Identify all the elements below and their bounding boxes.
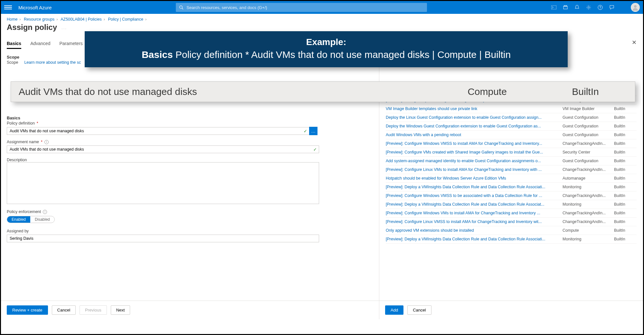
- definition-row[interactable]: [Preview]: Deploy a VMInsights Data Coll…: [386, 183, 637, 191]
- definition-type: BuiltIn: [614, 228, 637, 233]
- definition-row[interactable]: Hotpatch should be enabled for Windows S…: [386, 174, 637, 183]
- crumb-compliance[interactable]: Policy | Compliance: [108, 17, 143, 22]
- basics-heading: Basics: [7, 116, 373, 120]
- definition-name: [Preview]: Configure Windows VMSS to be …: [386, 193, 563, 198]
- global-search[interactable]: [176, 3, 427, 12]
- definition-type: BuiltIn: [614, 133, 637, 137]
- definition-row[interactable]: Deploy the Linux Guest Configuration ext…: [386, 113, 637, 122]
- description-textarea[interactable]: [7, 162, 319, 204]
- definition-name: Hotpatch should be enabled for Windows S…: [386, 176, 563, 181]
- close-icon[interactable]: ✕: [632, 39, 637, 46]
- definition-name: [Preview]: Configure VMs created with Sh…: [386, 150, 563, 154]
- definition-type: BuiltIn: [614, 176, 637, 181]
- definition-name: [Preview]: Configure Linux VMs to instal…: [386, 167, 563, 172]
- definition-category: Monitoring: [563, 202, 614, 207]
- definition-category: ChangeTrackingAndIn...: [563, 141, 614, 146]
- enforcement-disabled[interactable]: Disabled: [30, 216, 54, 223]
- right-footer: Add Cancel: [379, 301, 643, 319]
- enforcement-enabled[interactable]: Enabled: [7, 216, 30, 223]
- definition-name: Deploy the Windows Guest Configuration e…: [386, 124, 563, 128]
- definition-name: Deploy the Linux Guest Configuration ext…: [386, 115, 563, 120]
- definition-row[interactable]: [Preview]: Configure Linux VMs to instal…: [386, 165, 637, 174]
- info-icon[interactable]: i: [43, 210, 47, 214]
- menu-icon[interactable]: [4, 5, 12, 9]
- feedback-icon[interactable]: [609, 5, 615, 10]
- callout-example: Example: Basics Policy definition * Audi…: [85, 31, 568, 67]
- policy-definition-input[interactable]: [7, 127, 309, 135]
- definition-category: VM Image Builder: [563, 107, 614, 111]
- definition-row[interactable]: Deploy the Windows Guest Configuration e…: [386, 122, 637, 131]
- tab-parameters[interactable]: Parameters: [59, 39, 82, 49]
- callout-selected-row: Audit VMs that do not use managed disks …: [11, 81, 635, 102]
- definition-name: [Preview]: Deploy a VMInsights Data Coll…: [386, 237, 563, 241]
- definition-category: ChangeTrackingAndIn...: [563, 167, 614, 172]
- definition-row[interactable]: Audit Windows VMs with a pending rebootG…: [386, 131, 637, 139]
- definition-row[interactable]: Add system-assigned managed identity to …: [386, 157, 637, 165]
- definition-category: Guest Configuration: [563, 124, 614, 128]
- enforcement-label: Policy enforcement: [7, 209, 41, 214]
- definition-name: [Preview]: Configure Windows VMs to inst…: [386, 211, 563, 215]
- svg-point-0: [179, 6, 182, 8]
- crumb-rg[interactable]: Resource groups: [24, 17, 54, 22]
- required-indicator: *: [37, 121, 38, 126]
- policy-definition-picker-button[interactable]: …: [309, 127, 317, 135]
- tab-basics[interactable]: Basics: [7, 39, 21, 49]
- cloud-shell-icon[interactable]: [551, 5, 557, 10]
- callout-line2-bold: Basics: [142, 49, 173, 60]
- definition-category: ChangeTrackingAndIn...: [563, 219, 614, 224]
- help-icon[interactable]: ?: [597, 5, 603, 10]
- svg-text:?: ?: [599, 6, 601, 9]
- definition-category: Monitoring: [563, 237, 614, 241]
- page-title: Assign policy: [7, 23, 57, 32]
- definition-type: BuiltIn: [614, 237, 637, 241]
- user-avatar[interactable]: [631, 3, 640, 12]
- definition-row[interactable]: [Preview]: Configure Linux VMSS to insta…: [386, 218, 637, 226]
- more-icon[interactable]: ···: [62, 26, 67, 31]
- callout-line1: Example:: [94, 37, 559, 47]
- enforcement-toggle[interactable]: Enabled Disabled: [7, 216, 55, 223]
- callout-def-category: Compute: [431, 86, 544, 97]
- scope-hint-link[interactable]: Learn more about setting the sc: [24, 60, 81, 65]
- definition-type: BuiltIn: [614, 141, 637, 146]
- gear-icon[interactable]: [586, 5, 592, 10]
- svg-point-8: [634, 5, 637, 8]
- definition-type: BuiltIn: [614, 150, 637, 154]
- next-button[interactable]: Next: [111, 305, 130, 315]
- definition-type: BuiltIn: [614, 167, 637, 172]
- definition-type: BuiltIn: [614, 115, 637, 120]
- definition-category: ChangeTrackingAndIn...: [563, 211, 614, 215]
- definition-category: Guest Configuration: [563, 133, 614, 137]
- definition-row[interactable]: Only approved VM extensions should be in…: [386, 226, 637, 235]
- definition-row[interactable]: [Preview]: Deploy a VMInsights Data Coll…: [386, 200, 637, 209]
- breadcrumb: Home› Resource groups› AZ500LAB04 | Poli…: [1, 14, 643, 22]
- description-label: Description: [7, 158, 27, 162]
- assignment-name-input[interactable]: [7, 145, 319, 153]
- definition-row[interactable]: [Preview]: Deploy a VMInsights Data Coll…: [386, 235, 637, 244]
- definition-type: BuiltIn: [614, 124, 637, 128]
- tab-advanced[interactable]: Advanced: [30, 39, 50, 49]
- review-create-button[interactable]: Review + create: [7, 305, 48, 315]
- add-button[interactable]: Add: [385, 305, 403, 315]
- assigned-by-input[interactable]: [7, 235, 319, 242]
- crumb-home[interactable]: Home: [7, 17, 17, 22]
- definitions-list[interactable]: ......enterBuiltIn[Preview]: Configure s…: [379, 87, 643, 319]
- definition-type: BuiltIn: [614, 202, 637, 207]
- definition-row[interactable]: [Preview]: Configure VMs created with Sh…: [386, 148, 637, 157]
- directory-icon[interactable]: [563, 5, 568, 10]
- crumb-lab[interactable]: AZ500LAB04 | Policies: [61, 17, 102, 22]
- global-search-input[interactable]: [186, 5, 423, 10]
- definition-row[interactable]: VM Image Builder templates should use pr…: [386, 105, 637, 113]
- definition-name: [Preview]: Configure Linux VMSS to insta…: [386, 219, 563, 224]
- required-indicator: *: [41, 140, 43, 144]
- notifications-icon[interactable]: [574, 5, 580, 10]
- definition-row[interactable]: [Preview]: Configure Windows VMSS to be …: [386, 191, 637, 200]
- definition-name: Add system-assigned managed identity to …: [386, 159, 563, 163]
- definition-row[interactable]: [Preview]: Configure Windows VMSS to ins…: [386, 139, 637, 148]
- policy-def-label: Policy definition: [7, 121, 35, 126]
- callout-line2-rest: Policy definition * Audit VMs that do no…: [173, 49, 511, 60]
- definition-row[interactable]: [Preview]: Configure Windows VMs to inst…: [386, 209, 637, 218]
- definition-type: BuiltIn: [614, 107, 637, 111]
- cancel-button[interactable]: Cancel: [52, 305, 76, 315]
- info-icon[interactable]: i: [44, 140, 49, 144]
- cancel-button[interactable]: Cancel: [407, 305, 431, 315]
